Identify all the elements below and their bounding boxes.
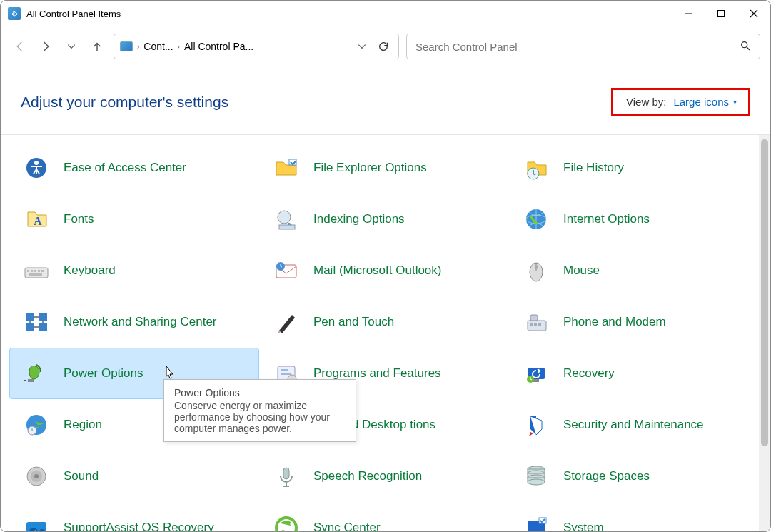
item-label: Power Options (64, 366, 143, 381)
storage-icon (522, 462, 550, 491)
svg-rect-40 (281, 373, 291, 375)
pen-icon (272, 308, 301, 336)
item-label: System (563, 521, 604, 531)
breadcrumb-seg2[interactable]: All Control Pa... (184, 41, 253, 52)
item-label: File Explorer Options (313, 161, 427, 175)
phone-icon (522, 308, 550, 336)
sync-icon (272, 513, 301, 531)
maximize-button[interactable] (705, 1, 737, 26)
region-icon (22, 411, 51, 439)
control-panel-item[interactable]: Network and Sharing Center (9, 296, 259, 348)
forward-button[interactable] (36, 37, 55, 56)
control-panel-item[interactable]: Indexing Options (259, 194, 509, 245)
refresh-button[interactable] (374, 37, 393, 56)
control-panel-item[interactable]: Mouse (509, 245, 759, 296)
svg-point-11 (278, 211, 291, 224)
recovery-icon (522, 359, 550, 388)
view-by-highlighted: View by: Large icons ▾ (611, 88, 750, 116)
system-icon (522, 513, 550, 531)
control-panel-item[interactable]: Recovery (509, 348, 759, 399)
svg-rect-20 (38, 270, 40, 272)
control-panel-item[interactable]: Phone and Modem (509, 296, 759, 348)
svg-rect-35 (534, 323, 537, 326)
control-panel-item[interactable]: Sync Center (259, 502, 509, 531)
item-label: Speech Recognition (313, 469, 422, 483)
control-panel-item[interactable]: SupportAssist OS Recovery (9, 502, 259, 531)
item-label: Keyboard (64, 264, 116, 278)
control-panel-item[interactable]: AFonts (9, 194, 259, 245)
svg-rect-43 (533, 379, 539, 382)
security-icon (522, 411, 550, 439)
search-box[interactable] (406, 34, 760, 59)
svg-rect-36 (538, 323, 541, 326)
svg-rect-18 (31, 270, 33, 272)
recent-locations-button[interactable] (62, 37, 81, 56)
speech-icon (272, 462, 301, 491)
caret-down-icon: ▾ (733, 98, 737, 106)
svg-point-7 (34, 161, 39, 165)
titlebar: ⚙ All Control Panel Items (1, 1, 770, 26)
svg-rect-16 (25, 268, 48, 278)
item-label: Ease of Access Center (64, 161, 186, 175)
svg-rect-37 (28, 379, 34, 382)
control-panel-item[interactable]: Storage Spaces (509, 451, 759, 502)
search-icon[interactable] (740, 40, 751, 54)
network-icon (22, 308, 51, 336)
control-panel-item[interactable]: Keyboard (9, 245, 259, 296)
control-panel-item[interactable]: Pen and Touch (259, 296, 509, 348)
control-panel-item[interactable]: Security and Maintenance (509, 399, 759, 451)
tooltip-title: Power Options (174, 387, 346, 398)
up-button[interactable] (88, 37, 106, 56)
internet-icon (522, 205, 550, 234)
control-panel-item[interactable]: Sound (9, 451, 259, 502)
control-panel-item[interactable]: System (509, 502, 759, 531)
control-panel-item[interactable]: Ease of Access Center (9, 142, 259, 194)
view-by-label: View by: (626, 96, 666, 108)
address-bar[interactable]: › Cont... › All Control Pa... (114, 34, 399, 59)
supportassist-icon (22, 513, 51, 531)
address-dropdown-button[interactable] (353, 37, 371, 56)
svg-rect-27 (535, 265, 538, 269)
item-label: Recovery (563, 366, 615, 381)
scrollbar-thumb[interactable] (761, 139, 768, 446)
svg-rect-34 (530, 323, 533, 326)
close-button[interactable] (737, 1, 770, 26)
svg-text:A: A (34, 215, 42, 227)
svg-rect-1 (718, 11, 725, 17)
power-icon (22, 359, 51, 388)
control-panel-item[interactable]: File History (509, 142, 759, 194)
svg-point-4 (742, 41, 747, 47)
svg-rect-21 (41, 270, 44, 272)
item-label: Sync Center (313, 521, 381, 531)
view-by-value: Large icons (673, 96, 729, 108)
chevron-right-icon[interactable]: › (176, 43, 181, 51)
keyboard-icon (22, 256, 51, 285)
control-panel-icon: ⚙ (8, 7, 21, 20)
item-label: Network and Sharing Center (64, 315, 217, 329)
item-label: File History (563, 161, 624, 175)
view-by-dropdown[interactable]: Large icons ▾ (673, 96, 737, 108)
control-panel-item[interactable]: Speech Recognition (259, 451, 509, 502)
svg-rect-39 (281, 369, 288, 371)
svg-rect-13 (279, 225, 295, 229)
control-panel-item[interactable]: Mail (Microsoft Outlook) (259, 245, 509, 296)
svg-rect-28 (26, 313, 34, 321)
svg-rect-19 (34, 270, 36, 272)
control-panel-item[interactable]: File Explorer Options (259, 142, 509, 194)
minimize-button[interactable] (672, 1, 705, 26)
scrollbar[interactable] (759, 135, 770, 531)
svg-rect-33 (530, 315, 538, 321)
item-label: Security and Maintenance (563, 418, 704, 432)
tooltip: Power Options Conserve energy or maximiz… (163, 379, 356, 442)
chevron-right-icon[interactable]: › (136, 43, 141, 51)
back-button[interactable] (11, 37, 29, 56)
svg-point-60 (528, 479, 545, 485)
svg-rect-17 (27, 270, 29, 272)
item-label: Storage Spaces (563, 469, 650, 483)
svg-rect-29 (39, 313, 47, 321)
item-label: Fonts (64, 212, 94, 226)
breadcrumb-seg1[interactable]: Cont... (143, 41, 173, 52)
control-panel-item[interactable]: Internet Options (509, 194, 759, 245)
svg-point-52 (34, 474, 39, 478)
search-input[interactable] (415, 41, 740, 53)
